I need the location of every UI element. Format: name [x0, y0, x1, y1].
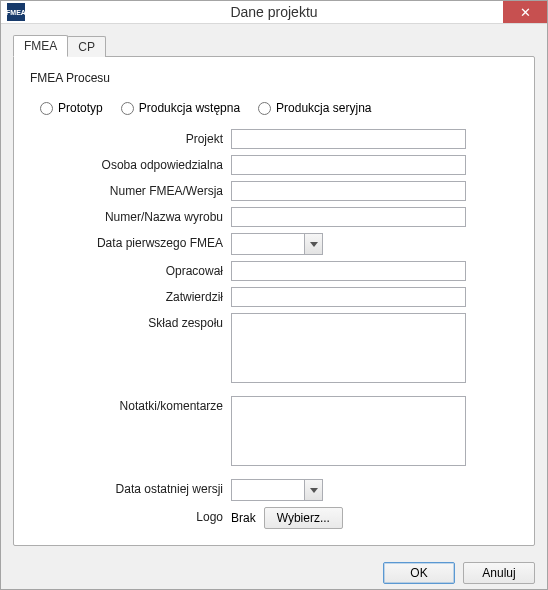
radio-prototyp-input[interactable]	[40, 102, 53, 115]
section-title: FMEA Procesu	[30, 71, 518, 85]
radio-produkcja-seryjna-label: Produkcja seryjna	[276, 101, 371, 115]
label-notatki: Notatki/komentarze	[66, 396, 231, 413]
input-osoba[interactable]	[231, 155, 466, 175]
label-data-pierwszego: Data pierwszego FMEA	[66, 233, 231, 250]
app-icon: FMEA	[7, 3, 25, 21]
client-area: FMEA CP FMEA Procesu Prototyp Produkcja …	[1, 24, 547, 554]
label-sklad: Skład zespołu	[66, 313, 231, 330]
date-first-fmea-dropdown[interactable]	[304, 234, 322, 254]
input-projekt[interactable]	[231, 129, 466, 149]
date-first-fmea-input[interactable]	[232, 234, 304, 254]
radio-prototyp-label: Prototyp	[58, 101, 103, 115]
textarea-notatki[interactable]	[231, 396, 466, 466]
textarea-sklad[interactable]	[231, 313, 466, 383]
tab-fmea[interactable]: FMEA	[13, 35, 68, 57]
label-numer-fmea: Numer FMEA/Wersja	[66, 181, 231, 198]
cancel-button[interactable]: Anuluj	[463, 562, 535, 584]
radio-produkcja-wstepna[interactable]: Produkcja wstępna	[121, 101, 240, 115]
date-first-fmea[interactable]	[231, 233, 323, 255]
label-logo: Logo	[66, 507, 231, 524]
radio-produkcja-seryjna[interactable]: Produkcja seryjna	[258, 101, 371, 115]
titlebar: FMEA Dane projektu ✕	[1, 1, 547, 24]
tabpanel-fmea: FMEA Procesu Prototyp Produkcja wstępna …	[13, 56, 535, 546]
label-data-ostatniej: Data ostatniej wersji	[66, 479, 231, 496]
date-last-version-dropdown[interactable]	[304, 480, 322, 500]
radio-produkcja-wstepna-input[interactable]	[121, 102, 134, 115]
logo-status: Brak	[231, 511, 256, 525]
label-zatwierdzil: Zatwierdził	[66, 287, 231, 304]
radio-group-production-type: Prototyp Produkcja wstępna Produkcja ser…	[40, 101, 518, 115]
label-opracowal: Opracował	[66, 261, 231, 278]
close-icon: ✕	[520, 6, 531, 19]
date-last-version-input[interactable]	[232, 480, 304, 500]
radio-produkcja-wstepna-label: Produkcja wstępna	[139, 101, 240, 115]
tabstrip: FMEA CP	[13, 34, 535, 56]
label-osoba: Osoba odpowiedzialna	[66, 155, 231, 172]
chevron-down-icon	[310, 242, 318, 247]
label-numer-wyrobu: Numer/Nazwa wyrobu	[66, 207, 231, 224]
ok-button[interactable]: OK	[383, 562, 455, 584]
dialog-window: FMEA Dane projektu ✕ FMEA CP FMEA Proces…	[0, 0, 548, 590]
choose-logo-button[interactable]: Wybierz...	[264, 507, 343, 529]
dialog-buttons: OK Anuluj	[1, 554, 547, 590]
input-numer-wyrobu[interactable]	[231, 207, 466, 227]
input-numer-fmea[interactable]	[231, 181, 466, 201]
radio-produkcja-seryjna-input[interactable]	[258, 102, 271, 115]
input-opracowal[interactable]	[231, 261, 466, 281]
radio-prototyp[interactable]: Prototyp	[40, 101, 103, 115]
close-button[interactable]: ✕	[503, 1, 547, 23]
input-zatwierdzil[interactable]	[231, 287, 466, 307]
date-last-version[interactable]	[231, 479, 323, 501]
chevron-down-icon	[310, 488, 318, 493]
tab-cp[interactable]: CP	[67, 36, 106, 57]
label-projekt: Projekt	[66, 129, 231, 146]
window-title: Dane projektu	[1, 4, 547, 20]
form: Projekt Osoba odpowiedzialna Numer FMEA/…	[30, 129, 518, 529]
